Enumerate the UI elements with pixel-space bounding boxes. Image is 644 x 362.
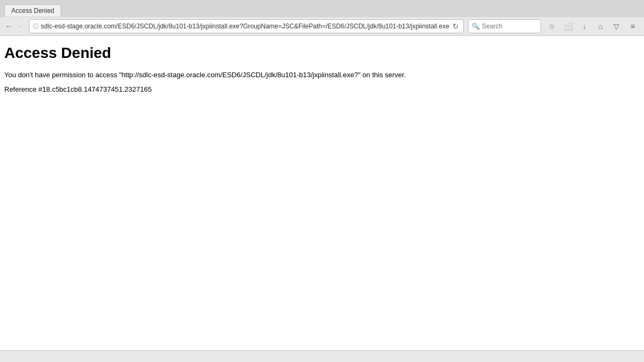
bookmark-icon: ☆ bbox=[548, 22, 555, 31]
menu-button[interactable]: ≡ bbox=[626, 19, 640, 33]
reload-icon[interactable]: ↻ bbox=[451, 21, 460, 32]
browser-chrome: Access Denied ← → ⓘ sdlc-esd-stage.oracl… bbox=[0, 0, 644, 36]
forward-icon: → bbox=[17, 22, 24, 31]
page-description: You don't have permission to access "htt… bbox=[4, 70, 640, 80]
bookmark-button[interactable]: ☆ bbox=[545, 19, 559, 33]
status-bar bbox=[0, 350, 644, 362]
tab-bar: Access Denied bbox=[0, 0, 644, 17]
forward-button[interactable]: → bbox=[16, 19, 25, 33]
lock-icon: ⓘ bbox=[33, 23, 39, 31]
search-bar[interactable]: 🔍 bbox=[468, 19, 541, 33]
home-icon: ⌂ bbox=[598, 22, 603, 31]
search-input[interactable] bbox=[482, 23, 537, 30]
toolbar-right-icons: ☆ ⬜ ↓ ⌂ ▽ ≡ bbox=[545, 19, 640, 33]
page-title: Access Denied bbox=[4, 45, 640, 62]
menu-icon: ≡ bbox=[631, 22, 635, 31]
download-icon: ↓ bbox=[582, 22, 586, 31]
page-content: Access Denied You don't have permission … bbox=[0, 36, 644, 362]
back-button[interactable]: ← bbox=[4, 19, 13, 33]
pocket-button[interactable]: ▽ bbox=[610, 19, 624, 33]
page-reference: Reference #18.c5bc1cb8.1474737451.232716… bbox=[4, 85, 640, 93]
address-text: sdlc-esd-stage.oracle.com/ESD6/JSCDL/jdk… bbox=[41, 23, 449, 30]
back-icon: ← bbox=[5, 22, 13, 31]
screenshot-button[interactable]: ⬜ bbox=[561, 19, 575, 33]
download-button[interactable]: ↓ bbox=[577, 19, 591, 33]
screenshot-icon: ⬜ bbox=[564, 22, 573, 31]
search-icon: 🔍 bbox=[472, 23, 480, 30]
pocket-icon: ▽ bbox=[613, 22, 619, 31]
toolbar: ← → ⓘ sdlc-esd-stage.oracle.com/ESD6/JSC… bbox=[0, 17, 644, 35]
home-button[interactable]: ⌂ bbox=[594, 19, 608, 33]
address-bar[interactable]: ⓘ sdlc-esd-stage.oracle.com/ESD6/JSCDL/j… bbox=[29, 19, 464, 33]
active-tab[interactable]: Access Denied bbox=[4, 4, 61, 17]
